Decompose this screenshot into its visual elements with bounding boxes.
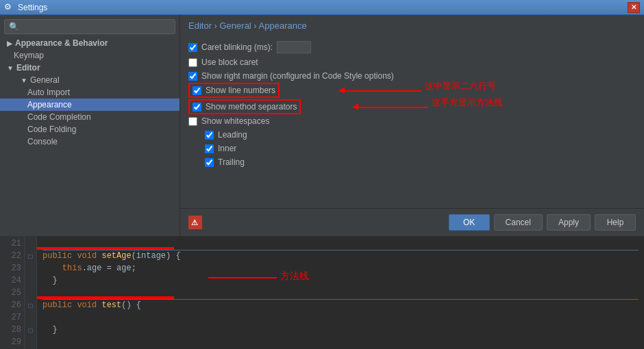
line-num-24: 24 (3, 274, 21, 287)
line-num-27: 27 (3, 311, 21, 324)
gutter-method-icon-22: □ (25, 250, 36, 262)
gutter-method-icon-26: □ (25, 299, 36, 311)
line-num-25: 25 (3, 287, 21, 299)
sidebar-item-appearance[interactable]: Appearance (0, 99, 179, 111)
code-line-26: public void test() { (42, 299, 639, 311)
sidebar-item-editor[interactable]: ▼ Editor (0, 62, 179, 74)
use-block-caret-checkbox[interactable] (188, 58, 197, 67)
search-input[interactable] (22, 22, 171, 31)
close-button[interactable]: ✕ (628, 2, 640, 13)
code-line-24: } (42, 274, 639, 287)
show-whitespaces-row: Show whitespaces (188, 114, 636, 128)
sidebar-item-appearance-behavior[interactable]: ▶ Appearance & Behavior (0, 37, 179, 49)
use-block-caret-row: Use block caret (188, 55, 636, 69)
inner-checkbox[interactable] (205, 144, 214, 153)
caret-blinking-label: Caret blinking (ms): (201, 42, 273, 52)
line-num-28: 28 (3, 324, 21, 336)
apply-button[interactable]: Apply (547, 214, 591, 231)
show-method-separators-checkbox[interactable] (193, 103, 201, 112)
method-separator-26 (42, 299, 639, 300)
show-line-numbers-label: Show line numbers (206, 86, 275, 95)
line-num-26: 26 (3, 299, 21, 311)
code-line-23: this.age = age; (42, 262, 639, 274)
code-line-27 (42, 311, 639, 324)
code-editor: 21 22 23 24 25 26 27 28 29 □ □ □ (0, 236, 644, 349)
line-num-23: 23 (3, 262, 21, 274)
method-separator-22 (42, 250, 639, 250)
show-method-separators-label: Show method separators (206, 102, 297, 112)
cancel-button[interactable]: Cancel (494, 214, 543, 231)
search-icon: 🔍 (9, 22, 19, 31)
line-numbers: 21 22 23 24 25 26 27 28 29 (0, 236, 25, 349)
trailing-label: Trailing (218, 157, 245, 167)
code-line-22: public void setAge(int age) { (42, 250, 639, 262)
ok-button[interactable]: OK (449, 214, 490, 231)
arrow-icon: ▶ (7, 40, 12, 47)
show-line-numbers-row: Show line numbers (188, 83, 280, 98)
annotation-sep-line (353, 107, 428, 108)
dialog-content: 🔍 ▶ Appearance & Behavior Keymap ▼ Edito… (0, 15, 644, 236)
show-method-separators-container: Show method separators 这手方显示方法线 (188, 99, 636, 114)
error-area: ⚠ (188, 214, 445, 231)
annotation-arrow-head (339, 87, 345, 94)
gutter-method-icon-28: □ (25, 324, 36, 336)
svg-text:⚠: ⚠ (191, 218, 198, 227)
code-content[interactable]: 方法线 public void setAge(int age) { this.a… (37, 236, 644, 349)
button-bar: ⚠ OK Cancel Apply Help (180, 208, 644, 236)
annotation-arrow-line (339, 90, 421, 92)
arrow-icon: ▼ (7, 64, 14, 72)
annotation-sep-arrow (353, 103, 358, 110)
leading-checkbox[interactable] (205, 131, 214, 140)
show-right-margin-checkbox[interactable] (188, 72, 197, 81)
show-line-numbers-container: Show line numbers 这中显示二六行号 (188, 83, 636, 98)
show-right-margin-label: Show right margin (configured in Code St… (201, 71, 394, 81)
breadcrumb: Editor › General › Appearance (180, 15, 644, 35)
caret-blinking-value[interactable]: 500 (277, 41, 311, 53)
show-line-numbers-checkbox[interactable] (193, 86, 201, 95)
search-box[interactable]: 🔍 (4, 19, 175, 34)
error-icon: ⚠ (188, 216, 202, 229)
show-right-margin-row: Show right margin (configured in Code St… (188, 69, 636, 83)
caret-blinking-checkbox[interactable] (188, 43, 197, 52)
help-button[interactable]: Help (595, 214, 636, 231)
line-num-22: 22 (3, 250, 21, 262)
code-line-29 (42, 336, 639, 348)
gutter: □ □ □ (25, 236, 37, 349)
inner-row: Inner (188, 142, 636, 155)
sidebar-item-code-folding[interactable]: Code Folding (0, 123, 179, 135)
annotation-sep-text: 这手方显示方法线 (432, 96, 503, 109)
sidebar-item-general[interactable]: ▼ General (0, 74, 179, 86)
line-num-21: 21 (3, 237, 21, 250)
keyword-void: void (77, 250, 97, 262)
titlebar: ⚙ Settings ✕ (0, 0, 644, 15)
dialog: 🔍 ▶ Appearance & Behavior Keymap ▼ Edito… (0, 15, 644, 349)
show-whitespaces-label: Show whitespaces (201, 116, 269, 126)
code-line-25 (42, 287, 639, 299)
inner-label: Inner (218, 144, 236, 153)
arrow-icon: ▼ (21, 77, 27, 84)
sidebar-item-code-completion[interactable]: Code Completion (0, 111, 179, 123)
sidebar-item-console[interactable]: Console (0, 135, 179, 148)
caret-blinking-row: Caret blinking (ms): 500 (188, 39, 636, 55)
use-block-caret-label: Use block caret (201, 57, 258, 67)
titlebar-title: Settings (18, 3, 628, 12)
sidebar-item-keymap[interactable]: Keymap (0, 49, 179, 62)
show-whitespaces-checkbox[interactable] (188, 117, 197, 126)
trailing-row: Trailing (188, 155, 636, 169)
show-method-separators-row: Show method separators (188, 99, 301, 114)
keyword-public: public (42, 250, 72, 262)
fn-setAge: setAge (101, 250, 131, 262)
sidebar: 🔍 ▶ Appearance & Behavior Keymap ▼ Edito… (0, 15, 180, 236)
sidebar-item-auto-import[interactable]: Auto Import (0, 86, 179, 99)
leading-label: Leading (218, 130, 247, 140)
settings-area: Caret blinking (ms): 500 Use block caret… (180, 35, 644, 208)
main-panel: Editor › General › Appearance Caret blin… (180, 15, 644, 236)
settings-icon: ⚙ (4, 2, 15, 13)
code-line-21 (42, 237, 639, 250)
trailing-checkbox[interactable] (205, 158, 214, 167)
line-num-29: 29 (3, 336, 21, 348)
code-line-28: } (42, 324, 639, 336)
leading-row: Leading (188, 128, 636, 142)
